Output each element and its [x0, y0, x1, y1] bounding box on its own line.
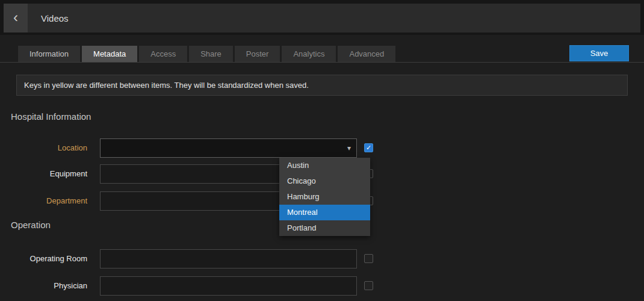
field-row-physician: Physician — [0, 276, 373, 296]
physician-input[interactable] — [100, 276, 357, 296]
tab-metadata[interactable]: Metadata — [82, 46, 137, 62]
field-row-operating-room: Operating Room — [0, 249, 373, 268]
operating-room-checkbox[interactable] — [364, 254, 373, 263]
section-title-hospital-information: Hospital Information — [11, 111, 91, 122]
tab-advanced[interactable]: Advanced — [338, 46, 395, 62]
location-select[interactable]: ▾ — [100, 138, 357, 158]
location-label: Location — [0, 143, 100, 152]
tab-analytics[interactable]: Analytics — [282, 46, 336, 62]
tab-divider — [0, 62, 644, 63]
operating-room-label: Operating Room — [0, 254, 100, 263]
check-icon: ✓ — [366, 144, 371, 151]
back-chevron-icon: ‹ — [13, 10, 18, 25]
dropdown-option-montreal[interactable]: Montreal — [279, 205, 370, 220]
location-dropdown: Austin Chicago Hamburg Montreal Portland — [279, 158, 370, 236]
page-title: Videos — [41, 13, 69, 23]
physician-checkbox[interactable] — [364, 281, 373, 290]
department-label: Department — [0, 196, 100, 205]
tab-poster[interactable]: Poster — [235, 46, 280, 62]
notice-banner: Keys in yellow are different between ite… — [16, 75, 628, 96]
section-title-operation: Operation — [11, 220, 51, 230]
location-checkbox[interactable]: ✓ — [364, 143, 373, 152]
back-button[interactable]: ‹ — [4, 4, 28, 33]
dropdown-option-chicago[interactable]: Chicago — [279, 173, 370, 189]
field-row-location: Location ▾ ✓ — [0, 138, 373, 158]
equipment-label: Equipment — [0, 169, 100, 178]
tab-information[interactable]: Information — [18, 46, 80, 62]
operating-room-input[interactable] — [100, 249, 357, 268]
save-button[interactable]: Save — [569, 45, 629, 61]
header: ‹ Videos — [4, 4, 640, 33]
notice-text: Keys in yellow are different between ite… — [17, 81, 309, 90]
metadata-editor-screen: ‹ Videos Information Metadata Access Sha… — [0, 0, 644, 301]
tab-share[interactable]: Share — [189, 46, 233, 62]
tab-access[interactable]: Access — [139, 46, 187, 62]
tab-bar: Information Metadata Access Share Poster… — [18, 46, 395, 62]
physician-label: Physician — [0, 281, 100, 290]
dropdown-option-austin[interactable]: Austin — [279, 158, 370, 173]
chevron-down-icon: ▾ — [347, 144, 351, 152]
dropdown-option-hamburg[interactable]: Hamburg — [279, 189, 370, 205]
dropdown-option-portland[interactable]: Portland — [279, 220, 370, 236]
